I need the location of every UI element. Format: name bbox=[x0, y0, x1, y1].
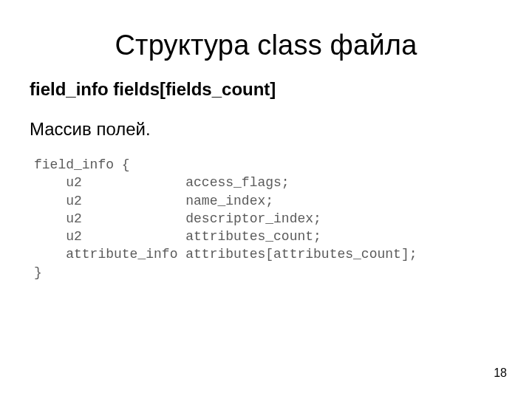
code-line: u2 descriptor_index; bbox=[34, 211, 321, 226]
code-block: field_info { u2 access_flags; u2 name_in… bbox=[34, 156, 505, 282]
slide-subtitle: field_info fields[fields_count] bbox=[30, 79, 505, 100]
code-line: u2 name_index; bbox=[34, 194, 273, 208]
page-number: 18 bbox=[494, 366, 507, 380]
code-line: u2 access_flags; bbox=[34, 175, 290, 190]
slide: Структура class файла field_info fields[… bbox=[0, 0, 532, 399]
code-line: attribute_info attributes[attributes_cou… bbox=[34, 247, 417, 262]
slide-paragraph: Массив полей. bbox=[30, 119, 505, 140]
code-line: field_info { bbox=[34, 157, 130, 172]
slide-title: Структура class файла bbox=[27, 30, 505, 61]
code-line: u2 attributes_count; bbox=[34, 229, 321, 244]
code-line: } bbox=[34, 265, 42, 280]
